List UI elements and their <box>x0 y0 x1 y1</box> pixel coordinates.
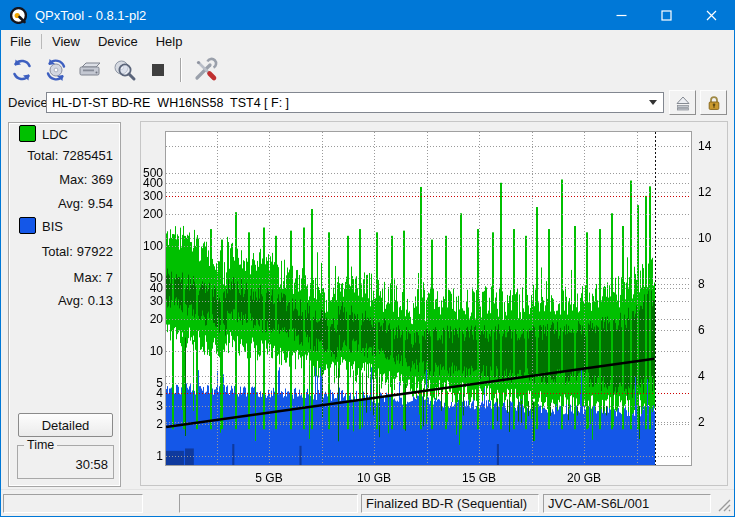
close-button[interactable] <box>689 1 734 30</box>
y-right-tick-8: 8 <box>698 277 722 291</box>
refresh-devices-button[interactable] <box>6 55 37 85</box>
detailed-button[interactable]: Detailed <box>18 413 113 437</box>
qpxtool-window: QPxTool - 0.8.1-pl2 File View Devi <box>0 0 735 517</box>
x-tick-10: 10 GB <box>349 471 399 485</box>
bis-total-row: Total: 97922 <box>9 244 113 259</box>
y-left-tick-20: 20 <box>141 312 163 326</box>
time-value: 30:58 <box>75 457 108 472</box>
scan-magnifier-icon <box>111 57 137 83</box>
ldc-total-value: 7285451 <box>62 148 113 163</box>
menu-separator <box>41 34 42 49</box>
lock-button[interactable] <box>700 90 727 115</box>
y-left-tick-3: 3 <box>141 399 163 413</box>
scan-disc-button[interactable] <box>108 55 139 85</box>
y-left-tick-10: 10 <box>141 344 163 358</box>
y-left-tick-100: 100 <box>141 239 163 253</box>
resize-grip[interactable] <box>715 496 731 512</box>
ldc-max-label: Max: <box>59 172 87 187</box>
ldc-max-value: 369 <box>91 172 113 187</box>
ldc-avg-value: 9.54 <box>88 196 113 211</box>
time-label: Time <box>24 438 57 452</box>
stop-button[interactable] <box>142 55 173 85</box>
bis-color-swatch <box>19 217 36 234</box>
status-panel-media: Finalized BD-R (Sequential) <box>361 494 539 513</box>
ldc-label: LDC <box>42 127 68 142</box>
main-area: LDC Total: 7285451 Max: 369 Avg: 9.54 BI… <box>1 117 734 489</box>
menu-device[interactable]: Device <box>89 32 147 51</box>
device-bar: Device: HL-DT-ST BD-RE WH16NS58 TST4 [ F… <box>1 88 734 117</box>
y-right-tick-12: 12 <box>698 185 722 199</box>
maximize-icon <box>661 10 672 21</box>
chart-canvas <box>166 132 691 465</box>
bis-avg-label: Avg: <box>58 293 84 308</box>
menu-bar: File View Device Help <box>1 30 734 52</box>
status-panel-disc-id: JVC-AM-S6L/001 <box>543 494 711 513</box>
drive-icon <box>77 57 103 83</box>
refresh-icon <box>9 57 35 83</box>
title-bar[interactable]: QPxTool - 0.8.1-pl2 <box>1 1 734 30</box>
ldc-avg-label: Avg: <box>58 196 84 211</box>
plot-area <box>165 131 692 466</box>
y-right-tick-4: 4 <box>698 369 722 383</box>
refresh-disc-icon <box>43 57 69 83</box>
settings-button[interactable] <box>189 55 220 85</box>
device-label: Device: <box>8 95 51 110</box>
y-left-tick-500: 500 <box>141 166 163 180</box>
ldc-avg-row: Avg: 9.54 <box>9 196 113 211</box>
device-combobox[interactable]: HL-DT-ST BD-RE WH16NS58 TST4 [ F: ] <box>46 92 664 113</box>
status-panel-2 <box>179 494 358 513</box>
x-tick-5: 5 GB <box>244 471 294 485</box>
y-right-tick-14: 14 <box>698 139 722 153</box>
y-right-tick-10: 10 <box>698 231 722 245</box>
maximize-button[interactable] <box>644 1 689 30</box>
y-left-tick-5: 5 <box>141 376 163 390</box>
bis-avg-row: Avg: 0.13 <box>9 293 113 308</box>
ldc-max-row: Max: 369 <box>9 172 113 187</box>
minimize-button[interactable] <box>599 1 644 30</box>
y-left-tick-2: 2 <box>141 417 163 431</box>
stats-panel: LDC Total: 7285451 Max: 369 Avg: 9.54 BI… <box>8 122 121 487</box>
x-tick-15: 15 GB <box>454 471 504 485</box>
close-icon <box>706 10 717 21</box>
tools-icon <box>192 57 218 83</box>
chevron-down-icon <box>649 100 657 105</box>
y-left-tick-300: 300 <box>141 189 163 203</box>
media-info-button[interactable] <box>40 55 71 85</box>
stop-icon <box>145 57 171 83</box>
eject-button[interactable] <box>669 90 696 115</box>
y-left-tick-400: 400 <box>141 176 163 190</box>
status-bar: Finalized BD-R (Sequential) JVC-AM-S6L/0… <box>1 489 734 515</box>
bis-total-label: Total: <box>42 244 73 259</box>
bis-max-row: Max: 7 <box>9 270 113 285</box>
bis-avg-value: 0.13 <box>88 293 113 308</box>
bis-total-value: 97922 <box>77 244 113 259</box>
y-left-tick-4: 4 <box>141 386 163 400</box>
y-left-tick-30: 30 <box>141 294 163 308</box>
minimize-icon <box>616 10 627 21</box>
y-left-tick-1: 1 <box>141 449 163 463</box>
y-right-tick-6: 6 <box>698 323 722 337</box>
bis-label: BIS <box>42 219 63 234</box>
y-left-tick-40: 40 <box>141 281 163 295</box>
ldc-total-label: Total: <box>27 148 58 163</box>
window-title: QPxTool - 0.8.1-pl2 <box>35 8 146 23</box>
toolbar-separator <box>180 58 182 82</box>
status-panel-1 <box>3 494 143 513</box>
ldc-color-swatch <box>19 125 36 142</box>
eject-icon <box>674 94 692 112</box>
y-left-tick-200: 200 <box>141 207 163 221</box>
lock-icon <box>705 94 723 112</box>
drive-button[interactable] <box>74 55 105 85</box>
ldc-total-row: Total: 7285451 <box>9 148 113 163</box>
menu-view[interactable]: View <box>43 32 89 51</box>
toolbar <box>1 52 734 88</box>
chart-widget: 123451020304050100200300400500 246810121… <box>140 121 728 486</box>
y-left-tick-50: 50 <box>141 271 163 285</box>
bis-max-value: 7 <box>106 270 113 285</box>
x-tick-20: 20 GB <box>559 471 609 485</box>
bis-max-label: Max: <box>74 270 102 285</box>
y-right-tick-2: 2 <box>698 415 722 429</box>
menu-help[interactable]: Help <box>147 32 192 51</box>
menu-file[interactable]: File <box>1 32 40 51</box>
device-combobox-value: HL-DT-ST BD-RE WH16NS58 TST4 [ F: ] <box>47 96 649 110</box>
